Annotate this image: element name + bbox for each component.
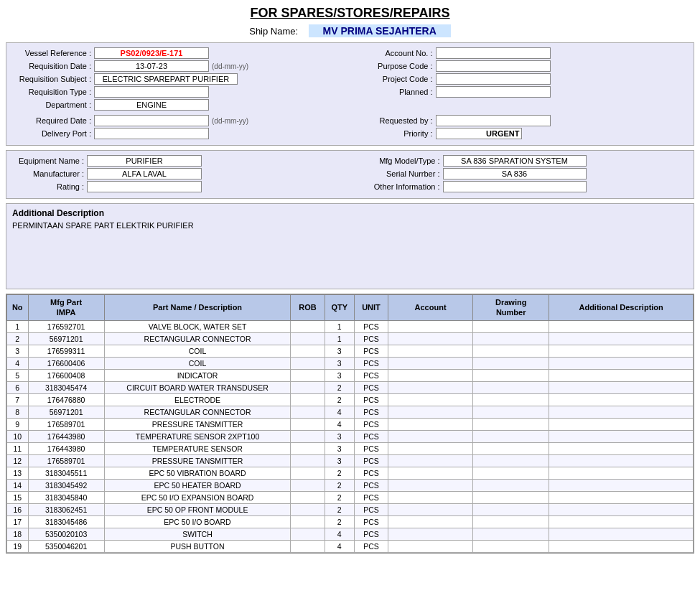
table-cell: PCS	[354, 442, 388, 454]
other-info-label: Other Information :	[354, 182, 440, 191]
table-cell	[473, 320, 549, 332]
table-cell: 4	[325, 418, 354, 430]
table-cell: EPC 50 OP FRONT MODULE	[104, 503, 291, 515]
req-type-label: Requisition Type :	[12, 88, 91, 96]
mfg-model-label: Mfg Model/Type :	[354, 157, 440, 165]
table-cell	[473, 381, 549, 393]
req-type-input[interactable]	[94, 86, 209, 98]
table-cell: PUSH BUTTON	[104, 540, 291, 552]
req-type-row: Requisition Type :	[12, 86, 347, 98]
required-date-hint: (dd-mm-yy)	[212, 117, 248, 125]
table-cell: 3	[325, 369, 354, 381]
department-input[interactable]: ENGINE	[94, 99, 209, 111]
table-cell	[549, 540, 694, 552]
table-cell	[549, 393, 694, 406]
equip-name-input[interactable]: PURIFIER	[87, 155, 202, 167]
table-cell: 176589701	[28, 418, 104, 430]
table-cell: 2	[325, 393, 354, 406]
planned-row: Planned :	[354, 86, 689, 98]
table-cell	[291, 491, 325, 503]
table-cell: 15	[7, 491, 29, 503]
table-cell	[473, 332, 549, 345]
purpose-code-input[interactable]	[436, 60, 551, 72]
table-cell	[291, 430, 325, 442]
rating-label: Rating :	[12, 182, 84, 191]
vessel-ref-value: PS02/0923/E-171	[94, 47, 209, 59]
ship-name-value: MV PRIMA SEJAHTERA	[309, 24, 451, 37]
table-row: 173183045486EPC 50 I/O BOARD2PCS	[7, 515, 694, 528]
planned-label: Planned :	[354, 88, 433, 96]
delivery-port-input[interactable]	[94, 128, 209, 139]
table-cell: 176589701	[28, 454, 104, 467]
purpose-code-row: Purpose Code :	[354, 60, 689, 72]
table-cell: VALVE BLOCK, WATER SET	[104, 320, 291, 332]
department-label: Department :	[12, 101, 91, 109]
table-cell: COIL	[104, 345, 291, 357]
th-qty: QTY	[325, 295, 354, 321]
table-cell: 3183045486	[28, 515, 104, 528]
rating-input[interactable]	[87, 181, 202, 192]
table-cell	[549, 369, 694, 381]
table-cell: 2	[7, 332, 29, 345]
table-cell: EPC 50 VIBRATION BOARD	[104, 467, 291, 479]
delivery-port-label: Delivery Port :	[12, 129, 91, 138]
table-row: 4176600406COIL3PCS	[7, 357, 694, 369]
planned-input[interactable]	[436, 86, 551, 98]
table-cell	[291, 381, 325, 393]
lower-form-grid-inner: Required Date : (dd-mm-yy) Delivery Port…	[12, 115, 688, 141]
table-cell: COIL	[104, 357, 291, 369]
requested-by-input[interactable]	[436, 115, 551, 126]
mfg-model-input[interactable]: SA 836 SPARATION SYSTEM	[443, 155, 587, 167]
manufacturer-input[interactable]: ALFA LAVAL	[87, 168, 202, 179]
account-no-input[interactable]	[436, 47, 551, 59]
desc-section: Additional Description PERMINTAAN SPARE …	[6, 203, 694, 289]
table-cell: 1	[7, 320, 29, 332]
serial-no-row: Serial Nurrber : SA 836	[354, 168, 689, 179]
required-date-input[interactable]	[94, 115, 209, 126]
table-cell: 3	[325, 454, 354, 467]
table-cell	[388, 357, 473, 369]
table-cell	[291, 442, 325, 454]
req-subject-input[interactable]: ELECTRIC SPAREPART PURIFIER	[94, 73, 238, 85]
table-cell	[291, 369, 325, 381]
table-cell: EPC 50 HEATER BOARD	[104, 479, 291, 491]
table-cell: 5350046201	[28, 540, 104, 552]
top-form-grid: Vessel Reference : PS02/0923/E-171 Requi…	[12, 47, 688, 112]
department-row: Department : ENGINE	[12, 99, 347, 111]
equip-name-row: Equipment Name : PURIFIER	[12, 155, 347, 167]
serial-no-input[interactable]: SA 836	[443, 168, 587, 179]
table-cell	[549, 454, 694, 467]
table-cell	[549, 332, 694, 345]
table-cell: PCS	[354, 479, 388, 491]
project-code-input[interactable]	[436, 73, 551, 85]
table-cell: 2	[325, 491, 354, 503]
table-cell: 3183045474	[28, 381, 104, 393]
lower-form-grid: Required Date : (dd-mm-yy) Delivery Port…	[12, 115, 688, 141]
page-title: FOR SPARES/STORES/REPAIRS	[6, 6, 694, 21]
th-drawing: DrawingNumber	[473, 295, 549, 321]
table-cell	[549, 357, 694, 369]
table-cell: 4	[325, 406, 354, 418]
th-unit: UNIT	[354, 295, 388, 321]
table-row: 153183045840EPC 50 I/O EXPANSION BOARD2P…	[7, 491, 694, 503]
table-cell	[549, 503, 694, 515]
equipment-section: Equipment Name : PURIFIER Manufacturer :…	[6, 150, 694, 199]
table-cell: PCS	[354, 332, 388, 345]
table-cell	[473, 442, 549, 454]
req-subject-label: Requisition Subject :	[12, 75, 91, 83]
req-date-input[interactable]: 13-07-23	[94, 60, 209, 72]
other-info-input[interactable]	[443, 181, 587, 192]
desc-text: PERMINTAAN SPARE PART ELEKTRIK PURIFIER	[12, 221, 688, 230]
priority-label: Priority :	[354, 129, 433, 138]
table-cell: 176443980	[28, 430, 104, 442]
table-cell	[549, 528, 694, 540]
vessel-ref-label: Vessel Reference :	[12, 49, 91, 57]
table-row: 3176599311COIL3PCS	[7, 345, 694, 357]
table-cell	[388, 345, 473, 357]
th-no: No	[7, 295, 29, 321]
table-cell: 2	[325, 381, 354, 393]
table-cell: 12	[7, 454, 29, 467]
table-cell	[388, 442, 473, 454]
equip-right: Mfg Model/Type : SA 836 SPARATION SYSTEM…	[354, 155, 689, 194]
table-cell: TEMPERATURE SENSOR 2XPT100	[104, 430, 291, 442]
